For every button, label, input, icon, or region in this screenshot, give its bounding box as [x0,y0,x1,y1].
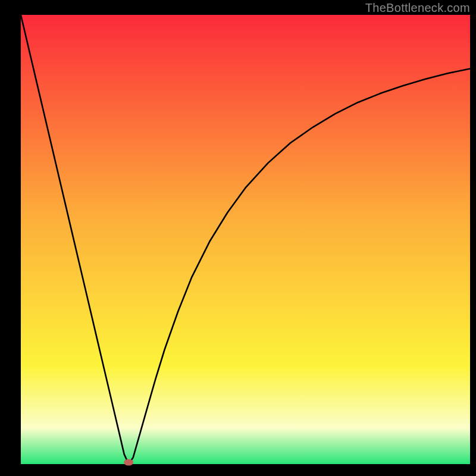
plot-background [21,15,470,464]
optimum-marker [124,459,133,466]
bottleneck-chart [0,0,476,476]
chart-frame: TheBottleneck.com [0,0,476,476]
attribution-label: TheBottleneck.com [365,1,470,15]
